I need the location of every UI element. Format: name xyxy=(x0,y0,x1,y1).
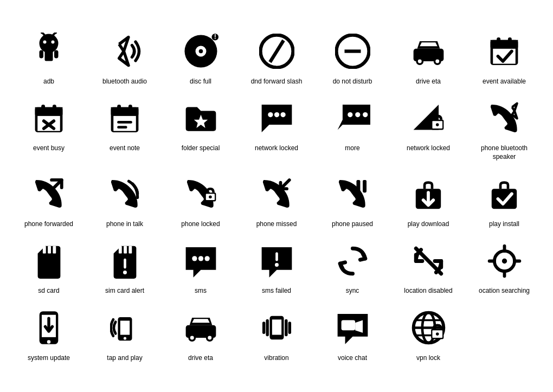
phone-bluetooth-speaker-label: phone bluetooth speaker xyxy=(469,144,539,161)
icon-cell-disc-full: ! disc full xyxy=(165,30,236,86)
icon-cell-sms-failed: sms failed xyxy=(241,239,312,295)
vibration-label: vibration xyxy=(264,354,288,363)
system-update-icon xyxy=(27,306,70,350)
icon-cell-sync: sync xyxy=(317,239,388,295)
icon-cell-phone-forwarded: phone forwarded xyxy=(14,172,84,229)
drive-eta-icon xyxy=(407,30,450,73)
adb-label: adb xyxy=(43,78,54,86)
icon-cell-phone-in-talk: phone in talk xyxy=(89,172,160,229)
icon-cell-network-locked-msg: network locked xyxy=(241,97,312,161)
icon-cell-adb: adb xyxy=(14,30,84,86)
svg-point-78 xyxy=(275,263,279,267)
bluetooth-audio-label: bluetooth audio xyxy=(102,78,147,86)
svg-rect-69 xyxy=(118,246,121,253)
sim-card-alert-label: sim card alert xyxy=(105,287,144,295)
svg-rect-39 xyxy=(111,107,139,115)
svg-point-115 xyxy=(435,333,439,336)
icon-cell-event-note: event note xyxy=(89,97,160,161)
svg-point-88 xyxy=(47,340,51,344)
icon-cell-bluetooth-audio: bluetooth audio xyxy=(89,30,160,86)
svg-rect-101 xyxy=(272,320,281,335)
icon-cell-drive-eta2: drive eta xyxy=(165,306,236,363)
play-download-icon xyxy=(407,172,450,216)
icon-cell-tap-and-play: tap and play xyxy=(89,306,160,363)
phone-in-talk-icon xyxy=(103,172,146,216)
voice-chat-label: voice chat xyxy=(338,354,367,363)
phone-forwarded-label: phone forwarded xyxy=(24,220,73,229)
icon-cell-system-update: system update xyxy=(14,306,84,363)
phone-forwarded-icon xyxy=(27,172,70,216)
svg-rect-66 xyxy=(42,246,46,253)
icon-cell-event-busy: event busy xyxy=(14,97,84,161)
phone-in-talk-label: phone in talk xyxy=(106,220,143,229)
svg-rect-32 xyxy=(35,107,63,115)
svg-text:!: ! xyxy=(214,34,216,41)
dnd-forward-slash-icon xyxy=(255,30,298,73)
do-not-disturb-label: do not disturb xyxy=(333,78,372,86)
location-disabled-icon xyxy=(407,239,450,282)
svg-point-23 xyxy=(417,60,421,63)
phone-bluetooth-speaker-icon xyxy=(483,97,526,140)
location-searching-icon xyxy=(483,239,526,282)
bluetooth-audio-icon xyxy=(103,30,146,73)
tap-and-play-label: tap and play xyxy=(107,354,142,363)
icon-cell-drive-eta: drive eta xyxy=(393,30,464,86)
svg-rect-91 xyxy=(120,321,129,335)
svg-rect-72 xyxy=(124,258,126,268)
svg-point-51 xyxy=(363,112,368,117)
network-locked-msg-label: network locked xyxy=(255,144,298,153)
play-install-icon xyxy=(483,172,526,216)
svg-rect-70 xyxy=(124,246,127,253)
svg-rect-65 xyxy=(492,189,517,209)
icon-cell-sim-card-alert: sim card alert xyxy=(89,239,160,295)
system-update-label: system update xyxy=(28,354,70,363)
svg-point-59 xyxy=(209,196,212,199)
svg-point-4 xyxy=(43,40,47,43)
svg-rect-44 xyxy=(117,126,127,128)
icon-cell-sms: sms xyxy=(165,239,236,295)
phone-paused-label: phone paused xyxy=(332,220,373,229)
icon-cell-phone-locked: phone locked xyxy=(165,172,236,229)
tap-and-play-icon xyxy=(103,306,146,350)
svg-rect-68 xyxy=(53,246,56,253)
event-note-label: event note xyxy=(110,144,140,153)
network-locked-label: network locked xyxy=(407,144,450,153)
svg-marker-21 xyxy=(420,42,438,46)
event-busy-label: event busy xyxy=(33,144,65,153)
svg-point-46 xyxy=(268,112,273,117)
sms-label: sms xyxy=(195,287,207,295)
icon-cell-vibration: vibration xyxy=(241,306,312,363)
dnd-forward-slash-label: dnd forward slash xyxy=(251,78,303,86)
svg-rect-106 xyxy=(341,320,355,331)
vpn-lock-icon xyxy=(407,306,450,350)
icon-cell-phone-bluetooth-speaker: phone bluetooth speaker xyxy=(469,97,539,161)
vibration-icon xyxy=(255,306,298,350)
phone-locked-icon xyxy=(179,172,222,216)
icon-cell-more: more xyxy=(317,97,388,161)
icon-cell-play-install: play install xyxy=(469,172,539,229)
svg-rect-67 xyxy=(48,246,51,253)
sms-failed-icon xyxy=(255,239,298,282)
voice-chat-icon xyxy=(331,306,374,350)
network-locked-msg-icon xyxy=(255,97,298,140)
svg-rect-62 xyxy=(363,180,366,192)
event-note-icon xyxy=(103,97,146,140)
location-disabled-label: location disabled xyxy=(404,287,452,295)
folder-special-label: folder special xyxy=(182,144,220,153)
svg-rect-43 xyxy=(117,121,132,124)
svg-rect-61 xyxy=(356,180,360,192)
more-icon xyxy=(331,97,374,140)
svg-rect-29 xyxy=(497,37,500,44)
drive-eta2-label: drive eta xyxy=(188,354,213,363)
do-not-disturb-icon xyxy=(331,30,374,73)
svg-point-97 xyxy=(190,336,194,340)
icon-cell-play-download: play download xyxy=(393,172,464,229)
folder-special-icon xyxy=(179,97,222,140)
svg-point-25 xyxy=(435,60,439,63)
phone-missed-icon xyxy=(255,172,298,216)
icon-cell-phone-missed: phone missed xyxy=(241,172,312,229)
svg-point-47 xyxy=(274,112,279,117)
drive-eta2-icon xyxy=(179,306,222,350)
svg-point-76 xyxy=(204,256,209,261)
sd-card-label: sd card xyxy=(38,287,59,295)
